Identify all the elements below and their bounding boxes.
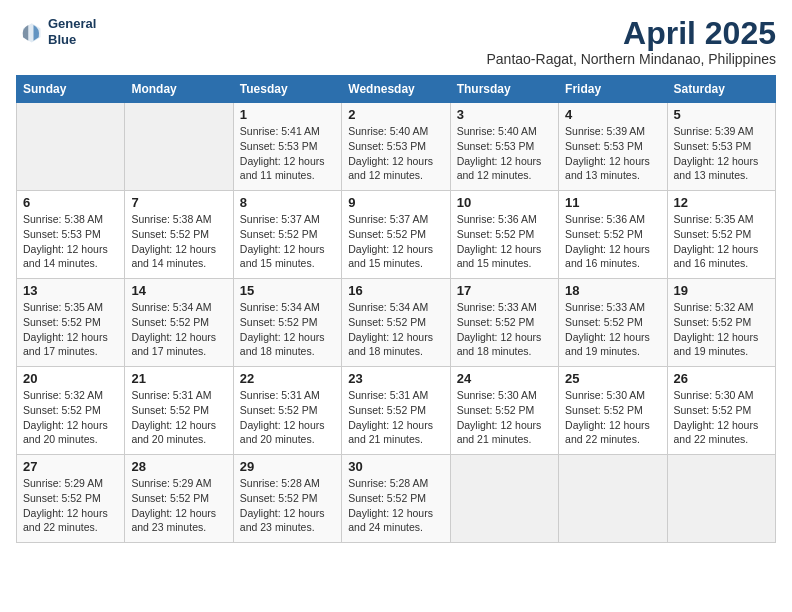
day-cell xyxy=(559,455,667,543)
title-area: April 2025 Pantao-Ragat, Northern Mindan… xyxy=(486,16,776,67)
day-cell: 19Sunrise: 5:32 AMSunset: 5:52 PMDayligh… xyxy=(667,279,775,367)
day-number: 18 xyxy=(565,283,660,298)
week-row-2: 6Sunrise: 5:38 AMSunset: 5:53 PMDaylight… xyxy=(17,191,776,279)
day-cell: 17Sunrise: 5:33 AMSunset: 5:52 PMDayligh… xyxy=(450,279,558,367)
day-number: 15 xyxy=(240,283,335,298)
day-number: 17 xyxy=(457,283,552,298)
day-cell xyxy=(450,455,558,543)
day-cell xyxy=(667,455,775,543)
day-cell: 4Sunrise: 5:39 AMSunset: 5:53 PMDaylight… xyxy=(559,103,667,191)
day-info: Sunrise: 5:30 AMSunset: 5:52 PMDaylight:… xyxy=(457,388,552,447)
day-info: Sunrise: 5:34 AMSunset: 5:52 PMDaylight:… xyxy=(348,300,443,359)
day-number: 22 xyxy=(240,371,335,386)
logo-line2: Blue xyxy=(48,32,76,47)
day-number: 10 xyxy=(457,195,552,210)
day-info: Sunrise: 5:41 AMSunset: 5:53 PMDaylight:… xyxy=(240,124,335,183)
day-number: 23 xyxy=(348,371,443,386)
week-row-3: 13Sunrise: 5:35 AMSunset: 5:52 PMDayligh… xyxy=(17,279,776,367)
day-info: Sunrise: 5:39 AMSunset: 5:53 PMDaylight:… xyxy=(674,124,769,183)
logo: General Blue xyxy=(16,16,96,47)
day-cell: 21Sunrise: 5:31 AMSunset: 5:52 PMDayligh… xyxy=(125,367,233,455)
day-cell xyxy=(125,103,233,191)
day-info: Sunrise: 5:33 AMSunset: 5:52 PMDaylight:… xyxy=(565,300,660,359)
day-info: Sunrise: 5:31 AMSunset: 5:52 PMDaylight:… xyxy=(131,388,226,447)
day-info: Sunrise: 5:36 AMSunset: 5:52 PMDaylight:… xyxy=(457,212,552,271)
header-cell-friday: Friday xyxy=(559,76,667,103)
day-cell: 25Sunrise: 5:30 AMSunset: 5:52 PMDayligh… xyxy=(559,367,667,455)
calendar-table: SundayMondayTuesdayWednesdayThursdayFrid… xyxy=(16,75,776,543)
day-cell: 18Sunrise: 5:33 AMSunset: 5:52 PMDayligh… xyxy=(559,279,667,367)
day-cell: 16Sunrise: 5:34 AMSunset: 5:52 PMDayligh… xyxy=(342,279,450,367)
day-cell: 5Sunrise: 5:39 AMSunset: 5:53 PMDaylight… xyxy=(667,103,775,191)
day-info: Sunrise: 5:40 AMSunset: 5:53 PMDaylight:… xyxy=(348,124,443,183)
day-info: Sunrise: 5:38 AMSunset: 5:52 PMDaylight:… xyxy=(131,212,226,271)
day-info: Sunrise: 5:30 AMSunset: 5:52 PMDaylight:… xyxy=(674,388,769,447)
day-number: 3 xyxy=(457,107,552,122)
header-cell-monday: Monday xyxy=(125,76,233,103)
day-cell: 3Sunrise: 5:40 AMSunset: 5:53 PMDaylight… xyxy=(450,103,558,191)
header-cell-sunday: Sunday xyxy=(17,76,125,103)
day-info: Sunrise: 5:30 AMSunset: 5:52 PMDaylight:… xyxy=(565,388,660,447)
week-row-4: 20Sunrise: 5:32 AMSunset: 5:52 PMDayligh… xyxy=(17,367,776,455)
day-number: 21 xyxy=(131,371,226,386)
subtitle: Pantao-Ragat, Northern Mindanao, Philipp… xyxy=(486,51,776,67)
day-cell: 12Sunrise: 5:35 AMSunset: 5:52 PMDayligh… xyxy=(667,191,775,279)
day-number: 26 xyxy=(674,371,769,386)
header-cell-thursday: Thursday xyxy=(450,76,558,103)
day-info: Sunrise: 5:37 AMSunset: 5:52 PMDaylight:… xyxy=(240,212,335,271)
day-cell: 10Sunrise: 5:36 AMSunset: 5:52 PMDayligh… xyxy=(450,191,558,279)
day-number: 20 xyxy=(23,371,118,386)
day-number: 19 xyxy=(674,283,769,298)
day-number: 1 xyxy=(240,107,335,122)
day-number: 28 xyxy=(131,459,226,474)
day-number: 4 xyxy=(565,107,660,122)
day-info: Sunrise: 5:33 AMSunset: 5:52 PMDaylight:… xyxy=(457,300,552,359)
header-cell-saturday: Saturday xyxy=(667,76,775,103)
header-cell-wednesday: Wednesday xyxy=(342,76,450,103)
day-info: Sunrise: 5:29 AMSunset: 5:52 PMDaylight:… xyxy=(23,476,118,535)
week-row-1: 1Sunrise: 5:41 AMSunset: 5:53 PMDaylight… xyxy=(17,103,776,191)
day-cell: 13Sunrise: 5:35 AMSunset: 5:52 PMDayligh… xyxy=(17,279,125,367)
day-cell: 23Sunrise: 5:31 AMSunset: 5:52 PMDayligh… xyxy=(342,367,450,455)
day-info: Sunrise: 5:29 AMSunset: 5:52 PMDaylight:… xyxy=(131,476,226,535)
logo-icon xyxy=(16,18,44,46)
day-info: Sunrise: 5:39 AMSunset: 5:53 PMDaylight:… xyxy=(565,124,660,183)
day-cell: 26Sunrise: 5:30 AMSunset: 5:52 PMDayligh… xyxy=(667,367,775,455)
day-info: Sunrise: 5:36 AMSunset: 5:52 PMDaylight:… xyxy=(565,212,660,271)
day-number: 25 xyxy=(565,371,660,386)
header-row: SundayMondayTuesdayWednesdayThursdayFrid… xyxy=(17,76,776,103)
day-number: 16 xyxy=(348,283,443,298)
day-cell: 9Sunrise: 5:37 AMSunset: 5:52 PMDaylight… xyxy=(342,191,450,279)
day-number: 13 xyxy=(23,283,118,298)
day-cell: 29Sunrise: 5:28 AMSunset: 5:52 PMDayligh… xyxy=(233,455,341,543)
day-cell: 30Sunrise: 5:28 AMSunset: 5:52 PMDayligh… xyxy=(342,455,450,543)
day-info: Sunrise: 5:40 AMSunset: 5:53 PMDaylight:… xyxy=(457,124,552,183)
day-info: Sunrise: 5:34 AMSunset: 5:52 PMDaylight:… xyxy=(240,300,335,359)
header: General Blue April 2025 Pantao-Ragat, No… xyxy=(16,16,776,67)
day-number: 12 xyxy=(674,195,769,210)
day-cell: 14Sunrise: 5:34 AMSunset: 5:52 PMDayligh… xyxy=(125,279,233,367)
day-info: Sunrise: 5:35 AMSunset: 5:52 PMDaylight:… xyxy=(674,212,769,271)
day-number: 2 xyxy=(348,107,443,122)
day-cell: 24Sunrise: 5:30 AMSunset: 5:52 PMDayligh… xyxy=(450,367,558,455)
day-cell: 27Sunrise: 5:29 AMSunset: 5:52 PMDayligh… xyxy=(17,455,125,543)
calendar-header: SundayMondayTuesdayWednesdayThursdayFrid… xyxy=(17,76,776,103)
day-number: 30 xyxy=(348,459,443,474)
day-cell: 8Sunrise: 5:37 AMSunset: 5:52 PMDaylight… xyxy=(233,191,341,279)
day-info: Sunrise: 5:32 AMSunset: 5:52 PMDaylight:… xyxy=(23,388,118,447)
day-cell: 28Sunrise: 5:29 AMSunset: 5:52 PMDayligh… xyxy=(125,455,233,543)
calendar-body: 1Sunrise: 5:41 AMSunset: 5:53 PMDaylight… xyxy=(17,103,776,543)
day-number: 8 xyxy=(240,195,335,210)
day-number: 24 xyxy=(457,371,552,386)
day-cell: 1Sunrise: 5:41 AMSunset: 5:53 PMDaylight… xyxy=(233,103,341,191)
header-cell-tuesday: Tuesday xyxy=(233,76,341,103)
logo-text: General Blue xyxy=(48,16,96,47)
day-info: Sunrise: 5:37 AMSunset: 5:52 PMDaylight:… xyxy=(348,212,443,271)
day-number: 9 xyxy=(348,195,443,210)
day-number: 6 xyxy=(23,195,118,210)
logo-line1: General xyxy=(48,16,96,31)
day-cell: 22Sunrise: 5:31 AMSunset: 5:52 PMDayligh… xyxy=(233,367,341,455)
day-number: 5 xyxy=(674,107,769,122)
day-info: Sunrise: 5:28 AMSunset: 5:52 PMDaylight:… xyxy=(240,476,335,535)
day-number: 11 xyxy=(565,195,660,210)
